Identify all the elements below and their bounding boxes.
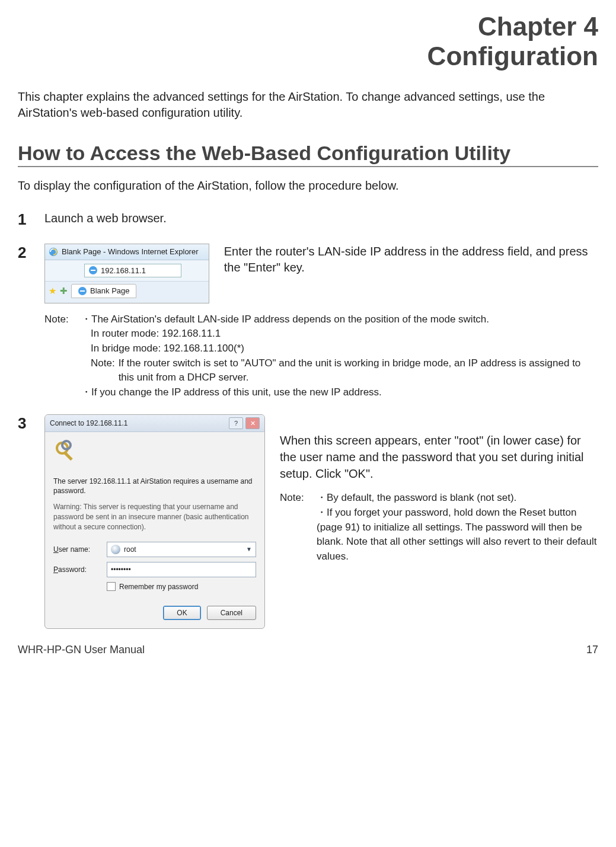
step2-note-router: In router mode: 192.168.11.1 (81, 327, 598, 341)
password-input[interactable]: •••••••• (107, 562, 256, 577)
step3-note-bullet1: ・By default, the password is blank (not … (317, 491, 598, 506)
step2-inner-note-label: Note: (91, 356, 115, 385)
browser-screenshot: Blank Page - Windows Internet Explorer 1… (44, 244, 209, 303)
help-button[interactable]: ? (229, 417, 243, 429)
step-2-desc: Enter the router's LAN-side IP address i… (224, 244, 598, 276)
step2-note-bridge: In bridge mode: 192.168.11.100(*) (81, 341, 598, 356)
tab-label: Blank Page (90, 286, 130, 296)
chapter-intro: This chapter explains the advanced setti… (18, 89, 598, 121)
svg-rect-4 (63, 451, 72, 461)
dialog-title: Connect to 192.168.11.1 (50, 418, 127, 428)
username-input[interactable]: root ▼ (107, 542, 256, 557)
step2-inner-note: If the router switch is set to "AUTO" an… (119, 356, 598, 385)
keys-icon (53, 439, 79, 465)
step-3-number: 3 (18, 414, 44, 433)
footer-product: WHR-HP-GN User Manual (18, 644, 145, 656)
step3-note-bullet2: ・If you forget your password, hold down … (317, 506, 598, 564)
dialog-message: The server 192.168.11.1 at AirStation re… (53, 477, 256, 497)
ie-icon (49, 247, 58, 257)
step2-note-bullet1: ・The AirStation's default LAN-side IP ad… (81, 312, 598, 327)
page-number: 17 (586, 644, 598, 656)
remember-label: Remember my password (119, 582, 198, 592)
address-bar[interactable]: 192.168.11.1 (84, 264, 181, 278)
password-label: Password: (53, 565, 107, 574)
browser-title: Blank Page - Windows Internet Explorer (62, 247, 199, 257)
password-value: •••••••• (111, 565, 131, 574)
username-dropdown-icon[interactable]: ▼ (246, 545, 252, 554)
step-2-number: 2 (18, 244, 44, 262)
step-1-text: Launch a web browser. (44, 210, 598, 226)
chapter-title: Configuration (18, 41, 598, 71)
browser-tab[interactable]: Blank Page (71, 284, 136, 298)
step-1-number: 1 (18, 210, 44, 229)
step-2-note-label: Note: (44, 312, 74, 400)
step2-note-bullet2: ・If you change the IP address of this un… (81, 385, 598, 400)
username-value: root (124, 545, 136, 554)
page-icon (88, 266, 98, 275)
user-icon (111, 545, 120, 554)
chapter-number: Chapter 4 (18, 12, 598, 41)
section-heading: How to Access the Web-Based Configuratio… (18, 142, 598, 167)
address-value: 192.168.11.1 (101, 266, 146, 276)
remember-checkbox[interactable] (107, 582, 116, 591)
cancel-button[interactable]: Cancel (207, 606, 256, 620)
section-intro: To display the configuration of the AirS… (18, 179, 598, 193)
username-label: User name: (53, 545, 107, 554)
tab-page-icon (78, 286, 87, 296)
auth-dialog: Connect to 192.168.11.1 ? ✕ The s (44, 414, 265, 629)
ok-button[interactable]: OK (163, 606, 200, 620)
close-button[interactable]: ✕ (245, 417, 260, 429)
step-3-desc: When this screen appears, enter "root" (… (280, 432, 598, 482)
step-3-note-label: Note: (280, 491, 309, 564)
favorites-icon[interactable]: ★ (49, 285, 56, 297)
add-favorite-icon[interactable]: ✚ (60, 285, 68, 297)
dialog-warning: Warning: This server is requesting that … (53, 502, 256, 532)
